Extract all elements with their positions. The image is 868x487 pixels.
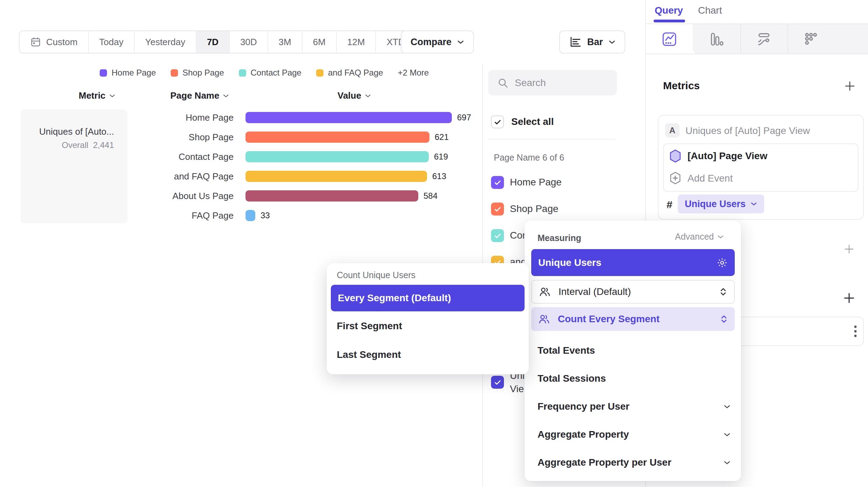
- tab-funnels[interactable]: [700, 24, 733, 54]
- bar[interactable]: [246, 210, 255, 221]
- advanced-dropdown[interactable]: Advanced: [675, 232, 724, 242]
- filter-item-label[interactable]: Shop Page: [510, 203, 558, 214]
- bar-value-label: 584: [424, 191, 437, 201]
- menu-item-last-segment[interactable]: Last Segment: [337, 349, 401, 360]
- filter-checkbox-home-page[interactable]: [491, 176, 504, 189]
- metric-letter-badge: A: [665, 123, 680, 137]
- metric-summary-card[interactable]: Uniques of [Auto... Overall 2,441: [21, 110, 127, 223]
- legend-swatch: [316, 69, 323, 77]
- table-row: Contact Page 619: [133, 151, 448, 162]
- range-30d[interactable]: 30D: [230, 31, 268, 53]
- legend-item[interactable]: and FAQ Page: [316, 68, 383, 78]
- filter-checkbox-shop-page[interactable]: [491, 203, 504, 216]
- count-every-segment-option[interactable]: Count Every Segment: [531, 307, 735, 331]
- filter-item-label[interactable]: Vie: [510, 383, 524, 395]
- kebab-menu-icon: [854, 325, 857, 338]
- retention-icon: [802, 31, 819, 48]
- filter-checkbox-contact-page[interactable]: [491, 229, 504, 242]
- measuring-title: Measuring: [538, 233, 581, 243]
- analytics-dashboard: Custom Today Yesterday 7D 30D 3M 6M 12M …: [0, 0, 868, 487]
- add-filter-button[interactable]: [841, 241, 858, 257]
- bar[interactable]: [246, 112, 452, 123]
- calendar-icon: [30, 36, 41, 48]
- bar-category-label: Contact Page: [133, 151, 234, 162]
- measurement-dropdown[interactable]: Unique Users: [678, 195, 764, 213]
- bar-category-label: FAQ Page: [133, 210, 234, 221]
- users-icon: [539, 287, 551, 297]
- menu-item-aggregate-property-per-user[interactable]: Aggregate Property per User: [538, 457, 731, 468]
- bar-value-label: 621: [435, 132, 449, 142]
- breakdown-options-button[interactable]: [848, 323, 863, 340]
- menu-item-every-segment[interactable]: Every Segment (Default): [331, 285, 525, 311]
- metric-column-header[interactable]: Metric: [79, 90, 115, 101]
- bar-value-label: 613: [432, 171, 446, 181]
- menu-item-first-segment[interactable]: First Segment: [337, 320, 402, 332]
- gear-icon[interactable]: [717, 257, 728, 268]
- menu-item-frequency-per-user[interactable]: Frequency per User: [538, 401, 731, 412]
- add-event-icon: [669, 171, 682, 185]
- stepper-icon: [719, 287, 727, 297]
- select-all-checkbox[interactable]: [491, 115, 504, 128]
- chart-legend: Home Page Shop Page Contact Page and FAQ…: [100, 68, 429, 78]
- chevron-down-icon: [717, 235, 724, 239]
- legend-swatch: [100, 69, 107, 77]
- legend-item[interactable]: Home Page: [100, 68, 156, 78]
- bar[interactable]: [246, 190, 418, 202]
- range-7d[interactable]: 7D: [197, 31, 230, 53]
- tab-retention[interactable]: [795, 24, 827, 54]
- add-breakdown-button[interactable]: [841, 290, 858, 306]
- range-6m[interactable]: 6M: [303, 31, 337, 53]
- add-event-label[interactable]: Add Event: [688, 173, 733, 184]
- bar[interactable]: [246, 151, 429, 162]
- interval-option[interactable]: Interval (Default): [531, 280, 735, 304]
- range-yesterday[interactable]: Yesterday: [135, 31, 197, 53]
- count-menu-title: Count Unique Users: [337, 270, 415, 280]
- tab-flows[interactable]: [748, 24, 780, 54]
- page-name-column-header[interactable]: Page Name: [170, 90, 229, 101]
- bar-category-label: Shop Page: [133, 132, 234, 143]
- filter-checkbox-partially-hidden[interactable]: [491, 376, 504, 389]
- table-row: Home Page 697: [133, 112, 471, 123]
- range-label: Custom: [46, 37, 78, 48]
- bar-value-label: 33: [261, 211, 270, 220]
- chevron-down-icon: [457, 40, 464, 44]
- horizontal-bar-chart-icon: [569, 36, 582, 48]
- range-12m[interactable]: 12M: [337, 31, 376, 53]
- chevron-down-icon: [724, 432, 731, 437]
- menu-item-total-events[interactable]: Total Events: [538, 345, 595, 356]
- bar[interactable]: [246, 132, 429, 143]
- range-3m[interactable]: 3M: [268, 31, 303, 53]
- chart-type-button[interactable]: Bar: [559, 30, 625, 54]
- legend-item[interactable]: Contact Page: [239, 68, 301, 78]
- compare-button[interactable]: Compare: [401, 30, 474, 54]
- plus-icon: [844, 80, 856, 92]
- measuring-selected-unique-users[interactable]: Unique Users: [531, 249, 735, 276]
- metric-name: Uniques of [Auto...: [39, 126, 114, 137]
- legend-item[interactable]: Shop Page: [171, 68, 224, 78]
- value-column-header[interactable]: Value: [337, 90, 371, 101]
- tab-divider: [788, 24, 788, 54]
- event-name[interactable]: [Auto] Page View: [688, 150, 767, 162]
- legend-more[interactable]: +2 More: [398, 68, 429, 78]
- plus-icon: [843, 292, 855, 304]
- tab-insights[interactable]: [653, 24, 685, 54]
- table-row: About Us Page 584: [133, 190, 437, 202]
- chevron-down-icon: [724, 460, 731, 465]
- event-hexagon-icon: [669, 149, 682, 163]
- add-metric-button[interactable]: [841, 78, 858, 94]
- tab-chart[interactable]: Chart: [698, 5, 722, 16]
- menu-item-total-sessions[interactable]: Total Sessions: [538, 373, 606, 384]
- tab-bar-border: [646, 54, 868, 54]
- flows-icon: [755, 31, 772, 48]
- range-custom[interactable]: Custom: [20, 31, 89, 53]
- insights-chart-icon: [661, 31, 678, 48]
- bar[interactable]: [246, 171, 427, 182]
- tab-query[interactable]: Query: [655, 5, 683, 16]
- search-input[interactable]: Search: [488, 70, 617, 96]
- range-today[interactable]: Today: [89, 31, 135, 53]
- menu-item-aggregate-property[interactable]: Aggregate Property: [538, 429, 731, 440]
- filter-item-label[interactable]: Home Page: [510, 177, 562, 188]
- legend-swatch: [239, 69, 246, 77]
- measurement-hash: #: [667, 199, 673, 211]
- bar-value-label: 619: [434, 152, 448, 162]
